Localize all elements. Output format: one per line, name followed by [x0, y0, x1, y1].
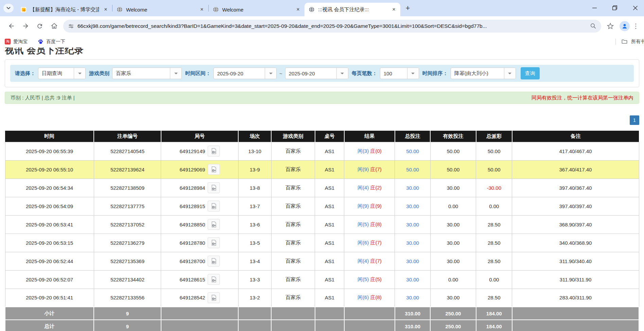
film-icon	[210, 203, 217, 209]
total-bet-link[interactable]: 30.00	[406, 258, 419, 264]
cell-session: 13-6	[238, 215, 271, 234]
total-bet-link[interactable]: 30.00	[406, 222, 419, 227]
tab-welcome-1[interactable]: Welcome ×	[112, 3, 208, 16]
video-replay-button[interactable]	[208, 201, 220, 212]
tab-welcome-2[interactable]: Welcome ×	[209, 3, 304, 16]
video-replay-button[interactable]	[208, 256, 220, 266]
table-row: 2025-09-20 06:53:15522827136279649128780…	[5, 234, 639, 252]
header-session: 场次	[238, 131, 271, 142]
cell-table-no: AS1	[315, 179, 344, 197]
total-bet-link[interactable]: 50.00	[406, 148, 419, 154]
result-player: 闲(6)	[358, 240, 369, 245]
search-button[interactable]: 查询	[521, 67, 540, 79]
back-button[interactable]	[5, 20, 17, 32]
toolbar-right: ⋮	[603, 20, 640, 32]
subtotal-empty-cell	[344, 307, 395, 320]
total-bet-link[interactable]: 30.00	[406, 203, 419, 209]
restore-button[interactable]	[611, 4, 618, 11]
subtotal-count: 9	[94, 307, 161, 320]
result-player: 闲(6)	[358, 294, 369, 300]
cell-time: 2025-09-20 06:55:39	[5, 142, 94, 160]
all-bookmarks[interactable]: 所有书签	[615, 36, 644, 48]
total-bet-link[interactable]: 30.00	[406, 185, 419, 191]
bookmark-taobao[interactable]: 淘 爱淘宝	[5, 39, 28, 45]
total-count: 9	[94, 320, 161, 331]
forward-button[interactable]	[19, 20, 32, 32]
home-button[interactable]	[48, 20, 60, 32]
cell-round-no: 649129069	[161, 160, 239, 179]
zoom-icon[interactable]	[590, 23, 596, 29]
bookmark-star-button[interactable]	[604, 20, 616, 32]
close-tab-icon[interactable]: ×	[103, 6, 109, 13]
result-banker: 庄(7)	[370, 166, 381, 172]
film-icon	[210, 166, 217, 173]
cell-total-bet: 30.00	[395, 234, 430, 252]
cell-session: 13-7	[238, 197, 271, 215]
cell-time: 2025-09-20 06:51:41	[5, 289, 94, 307]
date-start-select[interactable]: 2025-09-20	[213, 68, 277, 79]
globe-icon	[213, 6, 219, 13]
video-replay-button[interactable]	[208, 182, 220, 193]
page-size-select[interactable]: 100	[380, 68, 419, 79]
tab-search-button[interactable]	[3, 4, 14, 13]
cell-table-no: AS1	[315, 160, 344, 179]
total-bet-link[interactable]: 30.00	[406, 277, 419, 282]
total-empty-cell	[271, 320, 315, 331]
cell-result: 闲(9) 庄(9)	[344, 197, 395, 215]
reload-icon	[36, 23, 43, 30]
video-replay-button[interactable]	[208, 274, 220, 285]
subtotal-empty-cell	[161, 307, 239, 320]
reload-button[interactable]	[34, 20, 46, 32]
video-replay-button[interactable]	[208, 146, 220, 157]
cell-valid-bet: 30.00	[430, 234, 476, 252]
cell-bet-no: 522827133556	[94, 289, 161, 307]
date-end-select[interactable]: 2025-09-20	[285, 68, 348, 79]
total-empty-cell	[161, 320, 239, 331]
result-player: 闲(5)	[358, 221, 369, 227]
tab-bet-records-active[interactable]: :::视讯 会员下注纪录::: ×	[304, 3, 400, 16]
film-icon	[210, 258, 217, 264]
cell-total-bet: 30.00	[395, 215, 430, 234]
round-number: 649128915	[179, 203, 205, 209]
minimize-button[interactable]	[591, 4, 598, 11]
page-1-button[interactable]: 1	[630, 115, 639, 125]
subtotal-total-bet: 310.00	[395, 307, 430, 320]
header-bet-no: 注单编号	[94, 131, 161, 142]
cell-result: 闲(6) 庄(7)	[344, 234, 395, 252]
close-tab-icon[interactable]: ×	[295, 6, 301, 13]
bet-records-table: 时间 注单编号 局号 场次 游戏类别 桌号 结果 总投注 有效投注 总派彩 备注…	[5, 131, 639, 331]
subtotal-row: 小计 9 310.00 250.00 184.00	[5, 307, 639, 320]
profile-avatar[interactable]	[620, 21, 630, 31]
address-bar[interactable]: 66cxkj98.com/game/betrecord_search/kind3…	[63, 20, 601, 33]
total-bet-link[interactable]: 30.00	[406, 295, 419, 300]
close-tab-icon[interactable]: ×	[199, 6, 205, 13]
subtotal-empty-cell	[271, 307, 315, 320]
bookmark-baidu[interactable]: 百度一下	[38, 39, 65, 45]
result-player: 闲(9)	[358, 166, 369, 172]
total-bet-link[interactable]: 30.00	[406, 240, 419, 246]
round-number-with-replay: 649128615	[179, 274, 220, 285]
video-replay-button[interactable]	[208, 219, 220, 230]
game-kind-select[interactable]: 百家乐	[112, 68, 182, 79]
query-type-select[interactable]: 日期查询	[38, 68, 86, 79]
menu-dots-icon[interactable]: ⋮	[632, 22, 640, 30]
video-replay-button[interactable]	[208, 164, 220, 175]
total-bet-link[interactable]: 50.00	[406, 167, 419, 172]
video-replay-button[interactable]	[208, 237, 220, 248]
header-result: 结果	[344, 131, 395, 142]
cell-total-bet: 50.00	[395, 160, 430, 179]
video-replay-button[interactable]	[208, 292, 220, 303]
select-arrow-icon	[170, 68, 181, 79]
page-title: 视讯 会员下注纪录	[5, 48, 639, 55]
cell-time: 2025-09-20 06:52:44	[5, 252, 94, 270]
tab-forum[interactable]: 【新提醒】海燕论坛 - 博学交流 ×	[16, 3, 112, 16]
cell-payout: 50.00	[476, 160, 512, 179]
result-banker: 庄(0)	[370, 148, 381, 154]
sort-select[interactable]: 降幂(由大到小)	[451, 68, 516, 79]
new-tab-button[interactable]: +	[403, 3, 413, 13]
close-window-button[interactable]	[632, 4, 639, 11]
all-bookmarks-label: 所有书签	[631, 39, 644, 45]
close-tab-icon[interactable]: ×	[391, 6, 397, 13]
date-range-tilde: ~	[279, 71, 282, 76]
result-banker: 庄(8)	[370, 294, 381, 300]
